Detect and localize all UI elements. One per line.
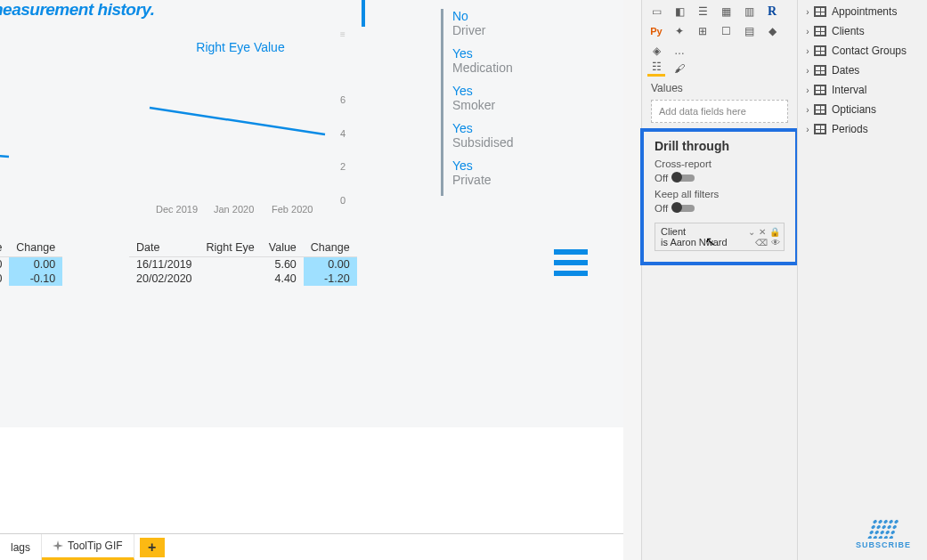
pin-icon: [53, 540, 63, 551]
viz-multirow-icon[interactable]: ☰: [694, 4, 712, 20]
viz-card-icon[interactable]: ▭: [647, 4, 665, 20]
viz-more-icon[interactable]: …: [671, 43, 688, 59]
table-opticians[interactable]: › Opticians: [798, 100, 927, 119]
table-dates[interactable]: › Dates: [798, 61, 927, 80]
table-row[interactable]: 20/02/2020 4.40 -1.20: [129, 272, 357, 286]
watermark-subscribe: SUBSCRIBE: [856, 519, 911, 549]
col-value[interactable]: Value: [262, 239, 304, 257]
expand-icon[interactable]: ›: [801, 105, 814, 115]
table-row[interactable]: 16/11/2019 5.60 0.00: [129, 257, 357, 272]
add-page-button[interactable]: +: [140, 538, 165, 557]
format-mode-icon[interactable]: 🖌: [671, 61, 688, 77]
table-right[interactable]: Date Right Eye Value Change 16/11/2019 5…: [129, 239, 357, 286]
tab-flags[interactable]: lags: [0, 534, 42, 560]
report-page[interactable]: nt eye measurement history. ≡ ue Feb 202…: [0, 0, 623, 427]
flag-driver: No Driver: [452, 9, 557, 37]
chart-right-eye[interactable]: Right Eye Value 6 4 2 0 Dec 2019 Jan 202…: [107, 40, 374, 218]
col-date[interactable]: Date: [129, 239, 199, 257]
dna-icon: [866, 519, 899, 539]
y-tick: 2: [340, 161, 346, 172]
col-change[interactable]: Change: [304, 239, 357, 257]
keep-filters-toggle[interactable]: Off: [655, 203, 785, 214]
table-icon: [814, 104, 826, 115]
chart-title: ue: [0, 40, 125, 54]
viz-gallery: ▭ ◧ ☰ ▦ ▥ R Py ✦ ⊞ ☐ ▤ ◆ ◈ …: [642, 0, 797, 61]
flag-medication: Yes Medication: [452, 46, 557, 75]
fields-mode-icon[interactable]: ☷: [647, 61, 665, 77]
table-icon: [814, 26, 826, 37]
y-tick: 6: [340, 94, 346, 105]
table-icon: [814, 45, 826, 56]
flag-subsidised: Yes Subsidised: [452, 121, 557, 150]
chart-title: Right Eye Value: [107, 40, 374, 54]
table-appointments[interactable]: › Appointments: [798, 2, 927, 21]
chart-left-eye[interactable]: ue Feb 2020: [0, 40, 125, 218]
table-clients[interactable]: › Clients: [798, 21, 927, 41]
y-tick: 4: [340, 128, 346, 139]
table-row[interactable]: 3.00 0.00: [0, 257, 62, 272]
keep-filters-label: Keep all filters: [655, 189, 785, 199]
x-tick: Jan 2020: [214, 204, 254, 215]
flag-private: Yes Private: [452, 158, 557, 187]
chevron-down-icon[interactable]: ⌄: [748, 227, 755, 237]
erase-icon[interactable]: ⌫: [755, 238, 768, 248]
page-title: nt eye measurement history.: [0, 0, 365, 27]
col-righteye[interactable]: Right Eye: [199, 239, 262, 257]
chip-filter-desc: is Aaron Nward: [661, 237, 728, 248]
expand-icon[interactable]: ›: [801, 46, 814, 56]
flag-smoker: Yes Smoker: [452, 84, 557, 112]
drill-through-title: Drill through: [655, 139, 785, 153]
expand-icon[interactable]: ›: [801, 7, 814, 17]
expand-icon[interactable]: ›: [801, 85, 814, 95]
remove-icon[interactable]: ✕: [759, 227, 766, 237]
fields-pane: › Appointments › Clients › Contact Group…: [797, 0, 927, 560]
expand-icon[interactable]: ›: [801, 125, 814, 134]
table-icon: [814, 6, 826, 17]
y-tick: 0: [340, 195, 346, 206]
expand-icon[interactable]: ›: [801, 27, 814, 37]
viz-table-icon[interactable]: ▦: [717, 4, 735, 20]
col-value[interactable]: alue: [0, 239, 9, 257]
values-field-well[interactable]: Add data fields here: [651, 100, 788, 123]
table-icon: [814, 124, 826, 134]
chip-field-name: Client: [661, 226, 686, 237]
viz-paginated-icon[interactable]: ▤: [740, 23, 758, 39]
viz-arcgis-icon[interactable]: ◈: [647, 43, 665, 59]
menu-icon[interactable]: [554, 249, 588, 276]
table-interval[interactable]: › Interval: [798, 80, 927, 100]
expand-icon[interactable]: ›: [801, 66, 814, 76]
values-label: Values: [642, 78, 797, 96]
table-icon: [814, 65, 826, 76]
viz-r-icon[interactable]: R: [763, 4, 781, 20]
lock-icon[interactable]: 🔒: [769, 227, 780, 237]
viz-powerapps-icon[interactable]: ◆: [763, 23, 781, 39]
viz-qna-icon[interactable]: ☐: [717, 23, 735, 39]
viz-python-icon[interactable]: Py: [647, 23, 665, 39]
flags-panel: No Driver Yes Medication Yes Smoker Yes …: [441, 9, 557, 196]
viz-kpi-icon[interactable]: ◧: [671, 4, 688, 20]
viz-matrix-icon[interactable]: ▥: [740, 4, 758, 20]
tab-tooltip-gif[interactable]: ToolTip GIF: [42, 534, 134, 560]
table-row[interactable]: 2.90 -0.10: [0, 272, 62, 286]
drill-through-section: Drill through Cross-report Off Keep all …: [640, 128, 799, 265]
x-tick: Dec 2019: [156, 204, 198, 215]
visual-grip-icon[interactable]: ≡: [340, 29, 346, 39]
viz-mode-row: ☷ 🖌: [642, 61, 797, 78]
table-periods[interactable]: › Periods: [798, 119, 927, 139]
eye-icon[interactable]: 👁: [771, 238, 780, 248]
report-canvas: nt eye measurement history. ≡ ue Feb 202…: [0, 0, 623, 560]
page-tabs: lags ToolTip GIF +: [0, 533, 623, 560]
drill-field-chip[interactable]: Client ⌄ ✕ 🔒 is Aaron Nward ⌫ 👁 ↖: [655, 223, 785, 251]
table-contact-groups[interactable]: › Contact Groups: [798, 41, 927, 61]
x-tick: Feb 2020: [272, 204, 313, 215]
col-change[interactable]: Change: [9, 239, 62, 257]
visualizations-pane: ▭ ◧ ☰ ▦ ▥ R Py ✦ ⊞ ☐ ▤ ◆ ◈ … ☷ 🖌 Values …: [641, 0, 797, 560]
viz-keyinfluencers-icon[interactable]: ✦: [671, 23, 688, 39]
table-icon: [814, 85, 826, 95]
cross-report-toggle[interactable]: Off: [655, 173, 785, 183]
table-left[interactable]: alue Change 3.00 0.00 2.90 -0.10: [0, 239, 62, 286]
cross-report-label: Cross-report: [655, 158, 785, 169]
viz-decomp-icon[interactable]: ⊞: [694, 23, 712, 39]
cursor-icon: ↖: [705, 234, 716, 248]
